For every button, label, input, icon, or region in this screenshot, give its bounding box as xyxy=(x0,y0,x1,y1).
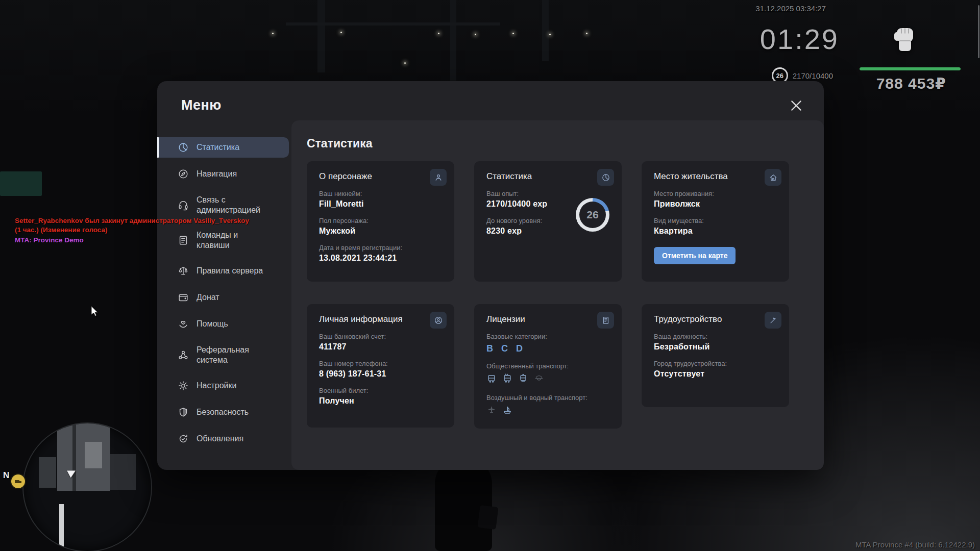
field-label: Базовые категории: xyxy=(486,333,609,340)
field: Воздушный и водный транспорт: xyxy=(486,394,609,417)
job-title-value: Безработный xyxy=(654,342,777,352)
air-water-licenses xyxy=(486,405,609,417)
sidebar-item-server-rules[interactable]: Правила сервера xyxy=(157,261,289,281)
hud-clock: 01:29 xyxy=(760,22,839,56)
field-label: Вид имущества: xyxy=(654,217,777,224)
game-screen: 31.12.2025 03:34:27 01:29 26 2170/10400 … xyxy=(0,0,980,551)
sidebar-item-navigation[interactable]: Навигация xyxy=(157,164,289,184)
compass-icon xyxy=(178,168,189,180)
military-id-value: Получен xyxy=(319,396,442,406)
field: Ваш банковский счет: 411787 xyxy=(319,333,442,352)
field-label: Ваш банковский счет: xyxy=(319,333,442,340)
handshake-icon xyxy=(178,318,189,330)
distant-light xyxy=(512,33,514,34)
person-icon xyxy=(430,169,447,186)
sidebar-item-label: Настройки xyxy=(197,381,269,391)
card-residence: Место жительства Место проживания: Приво… xyxy=(642,161,789,282)
sidebar-item-label: Статистика xyxy=(197,142,269,153)
minimap-building xyxy=(57,423,110,491)
distant-light xyxy=(549,34,551,35)
field: Военный билет: Получен xyxy=(319,387,442,406)
sidebar-item-label: Донат xyxy=(197,292,269,303)
distant-light xyxy=(272,33,274,34)
shipping-container xyxy=(0,171,42,196)
menu-content: Статистика О персонаже Ваш никнейм: Fill… xyxy=(291,120,824,470)
field-label: Военный билет: xyxy=(319,387,442,394)
pie-chart-icon xyxy=(178,142,189,153)
card-title: Лицензии xyxy=(486,314,609,324)
field: Ваша должность: Безработный xyxy=(654,333,777,352)
person-circle-icon xyxy=(430,312,447,329)
stats-cards-grid: О персонаже Ваш никнейм: Fill_Moretti По… xyxy=(307,161,789,429)
field: Ваш никнейм: Fill_Moretti xyxy=(319,190,442,209)
registration-date-value: 13.08.2021 23:44:21 xyxy=(319,254,442,263)
card-employment: Трудоустройство Ваша должность: Безработ… xyxy=(642,304,789,407)
health-bar xyxy=(860,67,961,70)
bank-account-value: 411787 xyxy=(319,342,442,352)
field: Город трудоустройства: Отсутствует xyxy=(654,360,777,379)
scales-icon xyxy=(178,265,189,277)
card-statistics: Статистика Ваш опыт: 2170/10400 exp До н… xyxy=(474,161,622,282)
field-label: Город трудоустройства: xyxy=(654,360,777,367)
crane-silhouette xyxy=(317,0,325,72)
card-title: О персонаже xyxy=(319,171,442,182)
card-personal-info: Личная информация Ваш банковский счет: 4… xyxy=(307,304,454,428)
plane-icon xyxy=(486,405,497,417)
distant-light xyxy=(438,33,439,34)
distant-light xyxy=(404,62,406,64)
crane-beam xyxy=(286,22,500,26)
referral-icon xyxy=(178,349,189,361)
field-label: Общественный транспорт: xyxy=(486,362,609,370)
field: Базовые категории: B C D xyxy=(486,333,609,354)
sidebar-item-referral[interactable]: Реферальная система xyxy=(157,340,289,369)
sidebar-item-label: Навигация xyxy=(197,169,269,179)
sidebar-item-admin-contact[interactable]: Связь с администрацией xyxy=(157,190,289,219)
field-label: До нового уровня: xyxy=(486,217,566,224)
exp-value: 2170/10400 exp xyxy=(486,199,566,209)
field: Общественный транспорт: xyxy=(486,362,609,386)
distant-light xyxy=(340,32,342,33)
sidebar-item-label: Реферальная система xyxy=(197,345,269,365)
sidebar: Статистика Навигация Связь с администрац… xyxy=(157,137,289,449)
sidebar-item-help[interactable]: Помощь xyxy=(157,314,289,334)
field-label: Воздушный и водный транспорт: xyxy=(486,394,609,402)
headset-icon xyxy=(178,199,189,211)
nickname-value: Fill_Moretti xyxy=(319,199,442,209)
license-category-d: D xyxy=(516,343,523,354)
sidebar-item-settings[interactable]: Настройки xyxy=(157,375,289,396)
field-label: Пол персонажа: xyxy=(319,217,442,224)
house-icon xyxy=(765,169,781,186)
job-city-value: Отсутствует xyxy=(654,369,777,379)
map-label: N xyxy=(3,470,9,481)
sidebar-item-security[interactable]: Безопасность xyxy=(157,402,289,422)
minimap-road xyxy=(59,504,64,551)
player-bag xyxy=(477,505,498,530)
sidebar-item-label: Обновления xyxy=(197,434,269,444)
field-label: Ваша должность: xyxy=(654,333,777,340)
card-character: О персонаже Ваш никнейм: Fill_Moretti По… xyxy=(307,161,454,282)
mark-on-map-button[interactable]: Отметить на карте xyxy=(654,247,736,264)
next-level-value: 8230 exp xyxy=(486,227,566,236)
card-title: Статистика xyxy=(486,171,609,182)
sidebar-item-updates[interactable]: Обновления xyxy=(157,429,289,449)
distant-light xyxy=(586,33,587,34)
residence-city-value: Приволжск xyxy=(654,199,777,209)
field-label: Место проживания: xyxy=(654,190,777,197)
health-bar-fill xyxy=(860,67,961,70)
exp-ring-level: 26 xyxy=(576,198,609,232)
close-icon[interactable] xyxy=(788,97,804,114)
sidebar-item-donate[interactable]: Донат xyxy=(157,287,289,308)
license-categories: B C D xyxy=(486,343,609,354)
money-counter: 788 453₽ xyxy=(876,74,946,92)
crane-silhouette xyxy=(542,0,549,61)
gear-icon xyxy=(178,380,189,391)
right-edge-scrollbar[interactable] xyxy=(978,5,979,58)
field-label: Ваш никнейм: xyxy=(319,190,442,197)
sidebar-item-statistics[interactable]: Статистика xyxy=(157,137,289,158)
card-title: Трудоустройство xyxy=(654,314,777,324)
fist-icon xyxy=(893,23,917,58)
hud-exp-counter: 2170/10400 xyxy=(793,71,833,80)
hud-datetime: 31.12.2025 03:34:27 xyxy=(755,4,826,13)
field: Вид имущества: Квартира xyxy=(654,217,777,236)
card-title: Личная информация xyxy=(319,314,442,324)
